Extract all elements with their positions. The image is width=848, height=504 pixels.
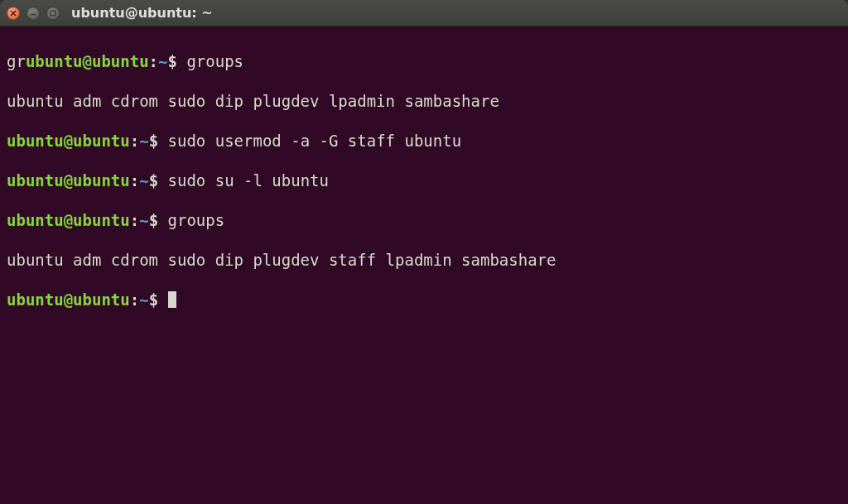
titlebar[interactable]: ubuntu@ubuntu: ~ [0,0,848,26]
prompt-userhost: ubuntu@ubuntu [7,290,130,309]
command-text: sudo su -l ubuntu [158,171,329,190]
terminal-body[interactable]: grubuntu@ubuntu:~$ groups ubuntu adm cdr… [0,26,848,504]
prompt-path: ~ [139,211,148,229]
prompt-userhost: ubuntu@ubuntu [7,211,130,229]
close-button[interactable] [7,7,20,20]
prompt-dollar: $ [149,171,158,190]
prompt-sep: : [130,211,139,229]
terminal-line: ubuntu@ubuntu:~$ sudo usermod -a -G staf… [7,131,841,151]
cursor [168,291,176,308]
prompt-path: ~ [139,290,148,309]
terminal-line: ubuntu@ubuntu:~$ sudo su -l ubuntu [7,170,841,190]
prompt-userhost: ubuntu@ubuntu [7,132,130,150]
prompt-sep: : [130,290,139,309]
prompt-dollar: $ [149,132,158,150]
prompt-path: ~ [139,171,148,190]
prompt-sep: : [130,132,139,150]
prefix-text: gr [7,52,26,70]
prompt-sep: : [149,52,158,70]
command-text: groups [158,211,224,229]
minimize-button[interactable] [26,7,40,20]
command-text: groups [177,52,243,70]
prompt-dollar: $ [149,290,158,309]
prompt-path: ~ [139,132,148,150]
terminal-line: ubuntu adm cdrom sudo dip plugdev staff … [7,250,841,270]
minimize-icon [30,10,36,17]
prompt-userhost: ubuntu@ubuntu [7,171,130,190]
close-icon [10,10,17,17]
prompt-path: ~ [158,52,167,70]
terminal-line: ubuntu@ubuntu:~$ groups [7,210,841,230]
prompt-dollar: $ [168,52,177,70]
maximize-button[interactable] [46,7,60,20]
command-text: sudo usermod -a -G staff ubuntu [158,132,461,150]
terminal-line: grubuntu@ubuntu:~$ groups [7,51,841,71]
command-text [158,290,167,309]
output-text: ubuntu adm cdrom sudo dip plugdev staff … [7,251,556,269]
output-text: ubuntu adm cdrom sudo dip plugdev lpadmi… [7,92,499,110]
terminal-line: ubuntu@ubuntu:~$ [7,290,841,310]
maximize-icon [50,10,56,17]
terminal-window: ubuntu@ubuntu: ~ grubuntu@ubuntu:~$ grou… [0,0,848,504]
window-controls [7,7,60,20]
prompt-sep: : [130,171,139,190]
prompt-userhost: ubuntu@ubuntu [26,52,149,70]
window-title: ubuntu@ubuntu: ~ [71,5,213,21]
prompt-dollar: $ [149,211,158,229]
svg-rect-3 [51,11,55,16]
terminal-line: ubuntu adm cdrom sudo dip plugdev lpadmi… [7,91,841,111]
